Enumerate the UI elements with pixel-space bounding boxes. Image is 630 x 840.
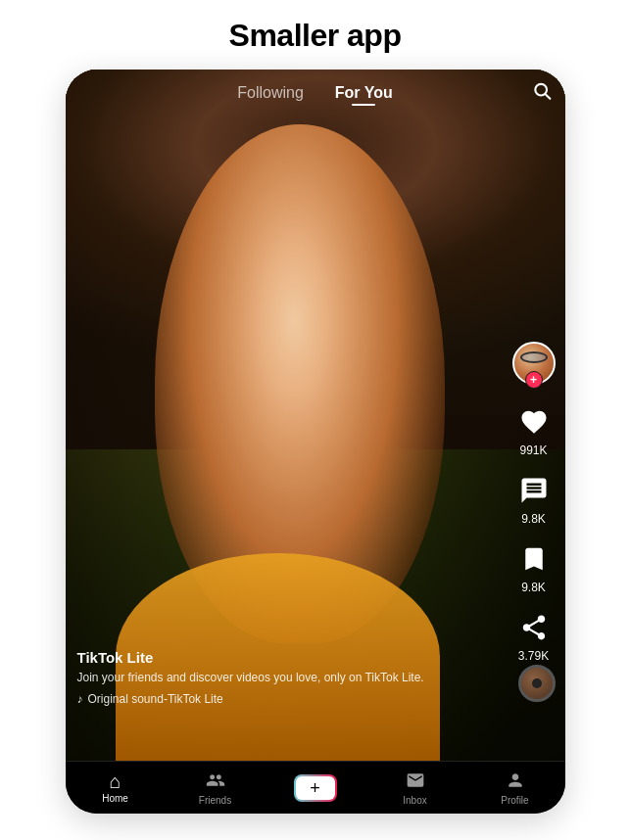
nav-tabs: Following For You [221,76,409,110]
comment-icon [514,471,554,510]
svg-line-1 [546,95,550,99]
like-icon [514,402,554,442]
inbox-icon [406,770,425,793]
nav-item-home[interactable]: ⌂ Home [66,771,166,804]
content-info: TikTok Lite Join your friends and discov… [77,649,507,706]
content-description: Join your friends and discover videos yo… [77,670,507,686]
nav-item-friends[interactable]: Friends [166,770,266,806]
comment-count: 9.8K [521,512,546,526]
sound-disc-inner [532,678,542,688]
home-icon: ⌂ [109,771,121,791]
home-label: Home [102,793,128,804]
for-you-tab[interactable]: For You [319,76,409,110]
bottom-nav: ⌂ Home Friends + Inbox [66,761,565,814]
profile-label: Profile [501,795,528,806]
following-tab[interactable]: Following [221,76,319,110]
like-action[interactable]: 991K [514,402,554,457]
inbox-label: Inbox [403,795,426,806]
music-note-icon: ♪ [77,692,83,706]
plus-icon: + [310,779,320,797]
comment-action[interactable]: 9.8K [514,471,554,526]
add-button[interactable]: + [294,774,337,802]
device-frame: Following For You + [66,70,565,814]
friends-label: Friends [199,795,231,806]
nav-item-add[interactable]: + [266,774,365,802]
follow-plus-button[interactable]: + [525,371,543,389]
avatar-glasses-icon [520,351,548,363]
share-count: 3.79K [518,649,549,663]
share-action[interactable]: 3.79K [514,608,554,663]
save-count: 9.8K [521,581,546,594]
save-action[interactable]: 9.8K [514,539,554,594]
sound-name: Original sound-TikTok Lite [88,692,223,706]
friends-icon [206,770,225,793]
like-count: 991K [519,443,547,457]
content-username: TikTok Lite [77,649,507,666]
svg-point-0 [535,84,547,96]
content-sound: ♪ Original sound-TikTok Lite [77,692,507,706]
search-button[interactable] [532,81,552,106]
share-icon [514,608,554,647]
sound-disc [518,665,556,702]
avatar-container[interactable]: + [512,342,556,385]
profile-icon [506,770,525,793]
bookmark-icon [514,539,554,579]
nav-item-profile[interactable]: Profile [465,770,565,806]
video-area: Following For You + [66,70,565,761]
right-actions: + 991K 9.8K 9.8K [512,342,556,663]
top-nav: Following For You [66,70,565,117]
nav-item-inbox[interactable]: Inbox [365,770,465,806]
page-title-text: Smaller app [229,18,402,54]
